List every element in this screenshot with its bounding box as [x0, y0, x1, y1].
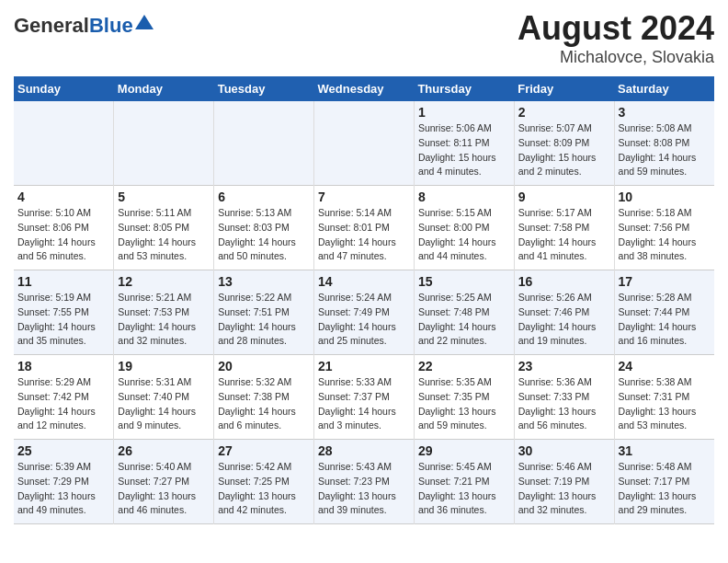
day-number: 31: [619, 443, 711, 458]
calendar-cell: 7Sunrise: 5:14 AM Sunset: 8:01 PM Daylig…: [314, 186, 415, 270]
day-number: 25: [17, 443, 109, 458]
calendar-cell: 8Sunrise: 5:15 AM Sunset: 8:00 PM Daylig…: [414, 186, 514, 270]
day-number: 6: [218, 190, 310, 204]
day-info: Sunrise: 5:36 AM Sunset: 7:33 PM Dayligh…: [518, 375, 610, 433]
calendar-table: SundayMondayTuesdayWednesdayThursdayFrid…: [14, 76, 714, 524]
calendar-cell: 19Sunrise: 5:31 AM Sunset: 7:40 PM Dayli…: [114, 355, 214, 440]
calendar-cell: 5Sunrise: 5:11 AM Sunset: 8:05 PM Daylig…: [114, 186, 214, 270]
day-number: 4: [17, 190, 109, 204]
calendar-cell: 15Sunrise: 5:25 AM Sunset: 7:48 PM Dayli…: [414, 270, 514, 355]
day-number: 23: [518, 359, 610, 373]
day-number: 29: [418, 443, 510, 458]
day-number: 3: [619, 105, 711, 120]
day-info: Sunrise: 5:25 AM Sunset: 7:48 PM Dayligh…: [418, 291, 510, 349]
calendar-cell: 16Sunrise: 5:26 AM Sunset: 7:46 PM Dayli…: [514, 270, 614, 355]
calendar-cell: 12Sunrise: 5:21 AM Sunset: 7:53 PM Dayli…: [114, 270, 214, 355]
week-row-5: 25Sunrise: 5:39 AM Sunset: 7:29 PM Dayli…: [14, 440, 714, 524]
calendar-cell: 9Sunrise: 5:17 AM Sunset: 7:58 PM Daylig…: [514, 186, 614, 270]
day-info: Sunrise: 5:26 AM Sunset: 7:46 PM Dayligh…: [518, 291, 610, 349]
day-number: 26: [118, 443, 210, 458]
week-row-2: 4Sunrise: 5:10 AM Sunset: 8:06 PM Daylig…: [14, 186, 714, 270]
calendar-cell: 4Sunrise: 5:10 AM Sunset: 8:06 PM Daylig…: [14, 186, 114, 270]
calendar-cell: [214, 101, 314, 186]
day-info: Sunrise: 5:46 AM Sunset: 7:19 PM Dayligh…: [518, 460, 610, 518]
day-number: 30: [518, 443, 610, 458]
calendar-cell: 25Sunrise: 5:39 AM Sunset: 7:29 PM Dayli…: [14, 440, 114, 524]
day-info: Sunrise: 5:15 AM Sunset: 8:00 PM Dayligh…: [418, 206, 510, 264]
day-number: 2: [518, 105, 610, 120]
day-number: 15: [418, 274, 510, 289]
calendar-cell: [314, 101, 415, 186]
day-info: Sunrise: 5:45 AM Sunset: 7:21 PM Dayligh…: [418, 460, 510, 518]
day-number: 16: [518, 274, 610, 289]
calendar-cell: 20Sunrise: 5:32 AM Sunset: 7:38 PM Dayli…: [214, 355, 314, 440]
calendar-cell: 3Sunrise: 5:08 AM Sunset: 8:08 PM Daylig…: [614, 101, 714, 186]
day-info: Sunrise: 5:06 AM Sunset: 8:11 PM Dayligh…: [418, 121, 510, 179]
weekday-header-friday: Friday: [514, 76, 614, 101]
logo: GeneralBlue: [14, 14, 154, 38]
title-block: August 2024 Michalovce, Slovakia: [518, 9, 714, 67]
calendar-cell: 18Sunrise: 5:29 AM Sunset: 7:42 PM Dayli…: [14, 355, 114, 440]
day-info: Sunrise: 5:28 AM Sunset: 7:44 PM Dayligh…: [619, 291, 711, 349]
day-number: 22: [418, 359, 510, 373]
day-info: Sunrise: 5:42 AM Sunset: 7:25 PM Dayligh…: [218, 460, 310, 518]
day-info: Sunrise: 5:17 AM Sunset: 7:58 PM Dayligh…: [518, 206, 610, 264]
calendar-cell: 21Sunrise: 5:33 AM Sunset: 7:37 PM Dayli…: [314, 355, 415, 440]
day-info: Sunrise: 5:24 AM Sunset: 7:49 PM Dayligh…: [318, 291, 410, 349]
day-number: 19: [118, 359, 210, 373]
day-info: Sunrise: 5:39 AM Sunset: 7:29 PM Dayligh…: [17, 460, 109, 518]
day-info: Sunrise: 5:48 AM Sunset: 7:17 PM Dayligh…: [619, 460, 711, 518]
day-number: 14: [318, 274, 410, 289]
day-number: 20: [218, 359, 310, 373]
day-info: Sunrise: 5:33 AM Sunset: 7:37 PM Dayligh…: [318, 375, 410, 433]
day-number: 11: [17, 274, 109, 289]
day-info: Sunrise: 5:43 AM Sunset: 7:23 PM Dayligh…: [318, 460, 410, 518]
day-info: Sunrise: 5:13 AM Sunset: 8:03 PM Dayligh…: [218, 206, 310, 264]
calendar-header: SundayMondayTuesdayWednesdayThursdayFrid…: [14, 76, 714, 101]
calendar-cell: 23Sunrise: 5:36 AM Sunset: 7:33 PM Dayli…: [514, 355, 614, 440]
day-number: 7: [318, 190, 410, 204]
day-info: Sunrise: 5:10 AM Sunset: 8:06 PM Dayligh…: [17, 206, 109, 264]
calendar-cell: 22Sunrise: 5:35 AM Sunset: 7:35 PM Dayli…: [414, 355, 514, 440]
day-info: Sunrise: 5:32 AM Sunset: 7:38 PM Dayligh…: [218, 375, 310, 433]
week-row-3: 11Sunrise: 5:19 AM Sunset: 7:55 PM Dayli…: [14, 270, 714, 355]
calendar-body: 1Sunrise: 5:06 AM Sunset: 8:11 PM Daylig…: [14, 101, 714, 524]
weekday-header-thursday: Thursday: [414, 76, 514, 101]
day-info: Sunrise: 5:14 AM Sunset: 8:01 PM Dayligh…: [318, 206, 410, 264]
calendar-cell: [14, 101, 114, 186]
calendar-cell: 27Sunrise: 5:42 AM Sunset: 7:25 PM Dayli…: [214, 440, 314, 524]
day-info: Sunrise: 5:18 AM Sunset: 7:56 PM Dayligh…: [619, 206, 711, 264]
day-info: Sunrise: 5:19 AM Sunset: 7:55 PM Dayligh…: [17, 291, 109, 349]
calendar-cell: 31Sunrise: 5:48 AM Sunset: 7:17 PM Dayli…: [614, 440, 714, 524]
weekday-header-row: SundayMondayTuesdayWednesdayThursdayFrid…: [14, 76, 714, 101]
calendar-cell: [114, 101, 214, 186]
day-number: 12: [118, 274, 210, 289]
calendar-cell: 6Sunrise: 5:13 AM Sunset: 8:03 PM Daylig…: [214, 186, 314, 270]
day-number: 18: [17, 359, 109, 373]
calendar-cell: 17Sunrise: 5:28 AM Sunset: 7:44 PM Dayli…: [614, 270, 714, 355]
logo-general: General: [14, 14, 89, 37]
day-number: 27: [218, 443, 310, 458]
week-row-1: 1Sunrise: 5:06 AM Sunset: 8:11 PM Daylig…: [14, 101, 714, 186]
day-number: 10: [619, 190, 711, 204]
day-number: 17: [619, 274, 711, 289]
day-number: 5: [118, 190, 210, 204]
week-row-4: 18Sunrise: 5:29 AM Sunset: 7:42 PM Dayli…: [14, 355, 714, 440]
weekday-header-tuesday: Tuesday: [214, 76, 314, 101]
page-header: GeneralBlue August 2024 Michalovce, Slov…: [14, 9, 714, 67]
day-number: 21: [318, 359, 410, 373]
day-info: Sunrise: 5:29 AM Sunset: 7:42 PM Dayligh…: [17, 375, 109, 433]
day-number: 9: [518, 190, 610, 204]
day-number: 13: [218, 274, 310, 289]
day-info: Sunrise: 5:35 AM Sunset: 7:35 PM Dayligh…: [418, 375, 510, 433]
day-info: Sunrise: 5:11 AM Sunset: 8:05 PM Dayligh…: [118, 206, 210, 264]
weekday-header-saturday: Saturday: [614, 76, 714, 101]
weekday-header-wednesday: Wednesday: [314, 76, 415, 101]
page-subtitle: Michalovce, Slovakia: [518, 48, 714, 67]
logo-icon: [135, 13, 154, 31]
calendar-cell: 2Sunrise: 5:07 AM Sunset: 8:09 PM Daylig…: [514, 101, 614, 186]
svg-marker-0: [135, 15, 154, 29]
calendar-cell: 24Sunrise: 5:38 AM Sunset: 7:31 PM Dayli…: [614, 355, 714, 440]
calendar-cell: 13Sunrise: 5:22 AM Sunset: 7:51 PM Dayli…: [214, 270, 314, 355]
weekday-header-monday: Monday: [114, 76, 214, 101]
